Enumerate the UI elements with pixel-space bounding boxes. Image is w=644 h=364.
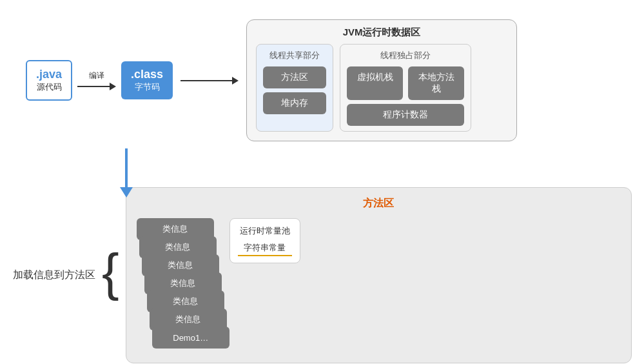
class-box: .class 字节码	[121, 61, 173, 99]
pool-sub: 字符串常量	[238, 242, 292, 256]
compile-label: 编译	[89, 70, 104, 81]
compile-arrow: 编译	[77, 70, 116, 90]
exclusive-title: 线程独占部分	[347, 50, 464, 61]
jvm-area-title: JVM运行时数据区	[256, 26, 507, 39]
top-section: .java 源代码 编译 .class 字节码 JVM运行时数据区	[26, 19, 631, 141]
exclusive-section: 线程独占部分 虚拟机栈 本地方法栈 程序计数器	[340, 44, 471, 132]
long-arrow	[181, 77, 239, 85]
method-zone-box: 方法区	[263, 66, 326, 88]
java-source-label: 源代码	[36, 81, 62, 93]
exclusive-inner: 虚拟机栈 本地方法栈	[347, 66, 464, 100]
runtime-pool-box: 运行时常量池 字符串常量	[229, 218, 300, 263]
method-area-inner: 类信息 类信息 类信息 类信息 类信息 类信息 Demo1… 运行时常量池 字符…	[137, 218, 621, 354]
brace-symbol: {	[102, 247, 119, 298]
blue-down-arrow	[120, 148, 133, 197]
arrow-line	[77, 83, 116, 90]
heap-box: 堆内存	[263, 92, 326, 114]
bottom-section: 加载信息到方法区 { 方法区 类信息 类信息 类信息 类信息 类信息 类信息 D…	[13, 187, 632, 363]
class-label: 字节码	[130, 81, 164, 93]
diagram-container: .java 源代码 编译 .class 字节码 JVM运行时数据区	[0, 0, 644, 364]
long-arrow-body	[181, 80, 232, 81]
pool-title: 运行时常量池	[238, 225, 292, 237]
java-ext-label: .java	[36, 68, 62, 81]
arrow-head	[110, 83, 116, 90]
arrow-body	[77, 86, 110, 87]
class-cards-stack: 类信息 类信息 类信息 类信息 类信息 类信息 Demo1…	[137, 218, 220, 354]
demo-card: Demo1…	[152, 327, 229, 349]
jvm-inner: 线程共享部分 方法区 堆内存 线程独占部分 虚拟机栈 本地方法栈 程序计数器	[256, 44, 507, 132]
jvm-area: JVM运行时数据区 线程共享部分 方法区 堆内存 线程独占部分 虚拟机栈 本地方…	[246, 19, 517, 141]
virtual-stack-box: 虚拟机栈	[347, 66, 403, 100]
load-label: 加载信息到方法区	[13, 268, 95, 282]
java-source-box: .java 源代码	[26, 60, 72, 101]
blue-arrow-shaft	[125, 148, 128, 187]
native-stack-box: 本地方法栈	[408, 66, 464, 100]
shared-section: 线程共享部分 方法区 堆内存	[256, 44, 333, 132]
shared-title: 线程共享部分	[263, 50, 326, 61]
class-ext-label: .class	[130, 68, 164, 81]
method-area-bottom-box: 方法区 类信息 类信息 类信息 类信息 类信息 类信息 Demo1… 运行时常量…	[126, 187, 632, 363]
program-counter-box: 程序计数器	[347, 104, 464, 126]
long-arrow-head	[232, 77, 239, 85]
method-area-bottom-title: 方法区	[137, 197, 621, 210]
blue-arrow-tip	[120, 187, 133, 197]
